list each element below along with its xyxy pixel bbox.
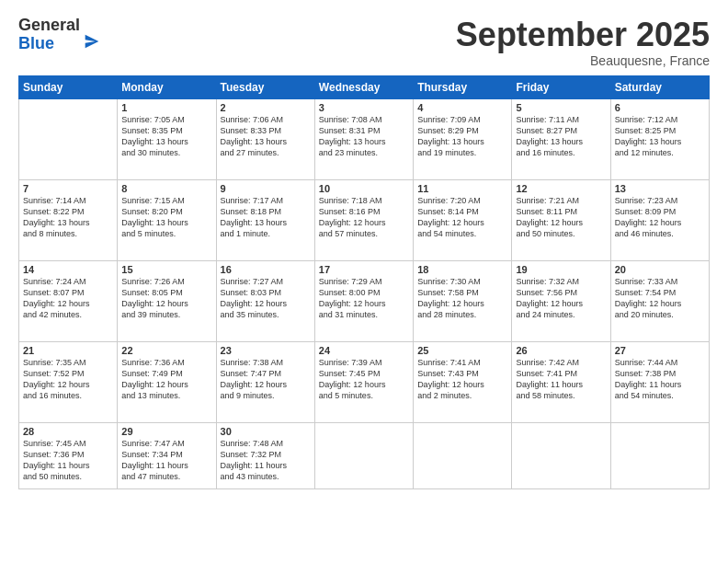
day-number: 23	[221, 345, 311, 356]
table-row: 11Sunrise: 7:20 AMSunset: 8:14 PMDayligh…	[414, 179, 512, 260]
table-row: 28Sunrise: 7:45 AMSunset: 7:36 PMDayligh…	[19, 422, 118, 488]
title-block: September 2025 Beauquesne, France	[456, 17, 710, 68]
page-header: General Blue September 2025 Beauquesne, …	[18, 17, 710, 68]
day-detail: Sunrise: 7:29 AMSunset: 8:00 PMDaylight:…	[319, 276, 409, 321]
table-row: 22Sunrise: 7:36 AMSunset: 7:49 PMDayligh…	[118, 341, 216, 422]
day-number: 15	[121, 264, 211, 275]
table-row: 27Sunrise: 7:44 AMSunset: 7:38 PMDayligh…	[610, 341, 709, 422]
table-row: 4Sunrise: 7:09 AMSunset: 8:29 PMDaylight…	[414, 98, 512, 179]
svg-marker-0	[85, 34, 99, 48]
day-number: 8	[121, 183, 211, 194]
day-number: 26	[516, 345, 606, 356]
day-detail: Sunrise: 7:09 AMSunset: 8:29 PMDaylight:…	[417, 114, 507, 159]
table-row: 5Sunrise: 7:11 AMSunset: 8:27 PMDaylight…	[512, 98, 610, 179]
day-number: 20	[615, 264, 705, 275]
table-row: 7Sunrise: 7:14 AMSunset: 8:22 PMDaylight…	[19, 179, 118, 260]
table-row: 3Sunrise: 7:08 AMSunset: 8:31 PMDaylight…	[314, 98, 413, 179]
day-number: 3	[319, 102, 409, 113]
day-detail: Sunrise: 7:45 AMSunset: 7:36 PMDaylight:…	[23, 438, 113, 483]
day-detail: Sunrise: 7:05 AMSunset: 8:35 PMDaylight:…	[121, 114, 211, 159]
day-detail: Sunrise: 7:20 AMSunset: 8:14 PMDaylight:…	[417, 195, 507, 240]
day-detail: Sunrise: 7:11 AMSunset: 8:27 PMDaylight:…	[516, 114, 606, 159]
calendar-header-row: Sunday Monday Tuesday Wednesday Thursday…	[19, 75, 710, 98]
day-detail: Sunrise: 7:06 AMSunset: 8:33 PMDaylight:…	[221, 114, 311, 159]
day-number: 14	[23, 264, 113, 275]
day-detail: Sunrise: 7:48 AMSunset: 7:32 PMDaylight:…	[221, 438, 311, 483]
header-thursday: Thursday	[414, 75, 512, 98]
table-row: 17Sunrise: 7:29 AMSunset: 8:00 PMDayligh…	[314, 260, 413, 341]
day-number: 24	[319, 345, 409, 356]
day-number: 22	[121, 345, 211, 356]
day-detail: Sunrise: 7:23 AMSunset: 8:09 PMDaylight:…	[615, 195, 705, 240]
day-number: 30	[221, 426, 311, 437]
day-number: 18	[417, 264, 507, 275]
day-number: 11	[417, 183, 507, 194]
day-number: 12	[516, 183, 606, 194]
table-row: 19Sunrise: 7:32 AMSunset: 7:56 PMDayligh…	[512, 260, 610, 341]
day-detail: Sunrise: 7:42 AMSunset: 7:41 PMDaylight:…	[516, 357, 606, 402]
table-row	[610, 422, 709, 488]
calendar-table: Sunday Monday Tuesday Wednesday Thursday…	[18, 75, 710, 489]
day-number: 16	[221, 264, 311, 275]
logo-general: General	[18, 17, 80, 35]
header-friday: Friday	[512, 75, 610, 98]
day-detail: Sunrise: 7:27 AMSunset: 8:03 PMDaylight:…	[221, 276, 311, 321]
day-detail: Sunrise: 7:38 AMSunset: 7:47 PMDaylight:…	[221, 357, 311, 402]
table-row: 23Sunrise: 7:38 AMSunset: 7:47 PMDayligh…	[216, 341, 314, 422]
day-number: 2	[221, 102, 311, 113]
day-number: 17	[319, 264, 409, 275]
day-number: 27	[615, 345, 705, 356]
header-wednesday: Wednesday	[314, 75, 413, 98]
table-row: 14Sunrise: 7:24 AMSunset: 8:07 PMDayligh…	[19, 260, 118, 341]
location: Beauquesne, France	[456, 53, 710, 68]
day-detail: Sunrise: 7:47 AMSunset: 7:34 PMDaylight:…	[121, 438, 211, 483]
day-number: 1	[121, 102, 211, 113]
day-number: 7	[23, 183, 113, 194]
table-row: 2Sunrise: 7:06 AMSunset: 8:33 PMDaylight…	[216, 98, 314, 179]
day-detail: Sunrise: 7:08 AMSunset: 8:31 PMDaylight:…	[319, 114, 409, 159]
table-row: 12Sunrise: 7:21 AMSunset: 8:11 PMDayligh…	[512, 179, 610, 260]
day-number: 19	[516, 264, 606, 275]
day-detail: Sunrise: 7:35 AMSunset: 7:52 PMDaylight:…	[23, 357, 113, 402]
day-number: 9	[221, 183, 311, 194]
day-number: 29	[121, 426, 211, 437]
table-row: 13Sunrise: 7:23 AMSunset: 8:09 PMDayligh…	[610, 179, 709, 260]
day-number: 13	[615, 183, 705, 194]
day-number: 21	[23, 345, 113, 356]
day-number: 5	[516, 102, 606, 113]
logo-blue: Blue	[18, 35, 80, 53]
day-detail: Sunrise: 7:17 AMSunset: 8:18 PMDaylight:…	[221, 195, 311, 240]
day-number: 4	[417, 102, 507, 113]
logo-icon	[82, 31, 102, 52]
table-row: 15Sunrise: 7:26 AMSunset: 8:05 PMDayligh…	[118, 260, 216, 341]
day-detail: Sunrise: 7:15 AMSunset: 8:20 PMDaylight:…	[121, 195, 211, 240]
day-number: 6	[615, 102, 705, 113]
day-detail: Sunrise: 7:33 AMSunset: 7:54 PMDaylight:…	[615, 276, 705, 321]
table-row: 20Sunrise: 7:33 AMSunset: 7:54 PMDayligh…	[610, 260, 709, 341]
header-tuesday: Tuesday	[216, 75, 314, 98]
header-monday: Monday	[118, 75, 216, 98]
day-detail: Sunrise: 7:18 AMSunset: 8:16 PMDaylight:…	[319, 195, 409, 240]
day-number: 10	[319, 183, 409, 194]
header-sunday: Sunday	[19, 75, 118, 98]
day-detail: Sunrise: 7:32 AMSunset: 7:56 PMDaylight:…	[516, 276, 606, 321]
day-detail: Sunrise: 7:30 AMSunset: 7:58 PMDaylight:…	[417, 276, 507, 321]
day-detail: Sunrise: 7:36 AMSunset: 7:49 PMDaylight:…	[121, 357, 211, 402]
table-row	[512, 422, 610, 488]
day-detail: Sunrise: 7:44 AMSunset: 7:38 PMDaylight:…	[615, 357, 705, 402]
table-row: 26Sunrise: 7:42 AMSunset: 7:41 PMDayligh…	[512, 341, 610, 422]
table-row: 25Sunrise: 7:41 AMSunset: 7:43 PMDayligh…	[414, 341, 512, 422]
table-row: 6Sunrise: 7:12 AMSunset: 8:25 PMDaylight…	[610, 98, 709, 179]
month-title: September 2025	[456, 17, 710, 53]
logo: General Blue	[18, 17, 102, 53]
table-row: 30Sunrise: 7:48 AMSunset: 7:32 PMDayligh…	[216, 422, 314, 488]
table-row	[414, 422, 512, 488]
day-detail: Sunrise: 7:39 AMSunset: 7:45 PMDaylight:…	[319, 357, 409, 402]
day-number: 25	[417, 345, 507, 356]
table-row: 16Sunrise: 7:27 AMSunset: 8:03 PMDayligh…	[216, 260, 314, 341]
table-row: 21Sunrise: 7:35 AMSunset: 7:52 PMDayligh…	[19, 341, 118, 422]
table-row: 10Sunrise: 7:18 AMSunset: 8:16 PMDayligh…	[314, 179, 413, 260]
day-detail: Sunrise: 7:14 AMSunset: 8:22 PMDaylight:…	[23, 195, 113, 240]
table-row: 9Sunrise: 7:17 AMSunset: 8:18 PMDaylight…	[216, 179, 314, 260]
table-row	[19, 98, 118, 179]
